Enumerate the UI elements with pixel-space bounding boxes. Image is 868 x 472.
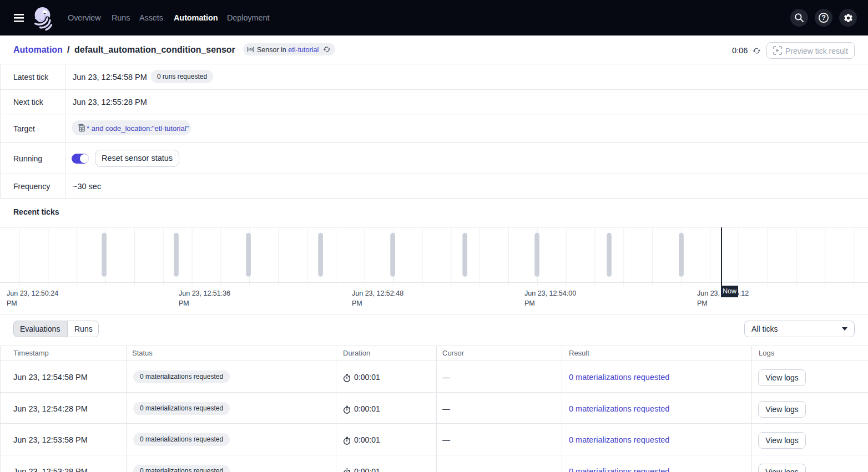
svg-text:?: ?: [821, 14, 826, 22]
